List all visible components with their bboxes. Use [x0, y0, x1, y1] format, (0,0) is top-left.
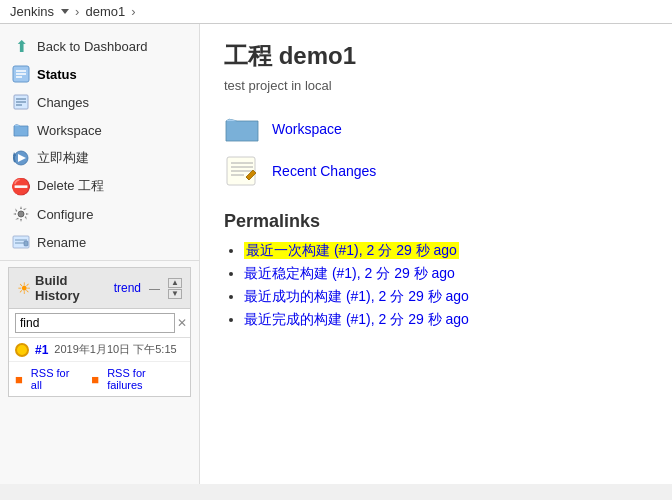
page-subtitle: test project in local: [224, 78, 648, 93]
rename-icon: [12, 233, 30, 251]
scroll-down-button[interactable]: ▼: [168, 289, 182, 299]
sidebar-label-changes: Changes: [37, 95, 89, 110]
workspace-icon: [12, 121, 30, 139]
breadcrumb: Jenkins › demo1 ›: [0, 0, 672, 24]
configure-icon: [12, 205, 30, 223]
jenkins-dropdown-icon: [61, 9, 69, 14]
permalink-link-1[interactable]: 最近稳定构建 (#1), 2 分 29 秒 ago: [244, 265, 455, 281]
scroll-arrows: ▲ ▼: [168, 278, 182, 299]
sidebar: ⬆ Back to Dashboard Status: [0, 24, 200, 484]
permalinks-title: Permalinks: [224, 211, 648, 232]
sidebar-label-delete: Delete 工程: [37, 177, 104, 195]
svg-rect-13: [24, 241, 28, 246]
build-now-icon: [12, 149, 30, 167]
build-history-title: Build History: [35, 273, 110, 303]
rss-failures-link[interactable]: RSS for failures: [107, 367, 184, 391]
sidebar-label-configure: Configure: [37, 207, 93, 222]
svg-point-9: [18, 211, 24, 217]
sun-icon: ☀: [17, 279, 31, 298]
sidebar-item-rename[interactable]: Rename: [0, 228, 199, 256]
sidebar-item-back[interactable]: ⬆ Back to Dashboard: [0, 32, 199, 60]
sidebar-item-delete[interactable]: ⛔ Delete 工程: [0, 172, 199, 200]
list-item: 最近完成的构建 (#1), 2 分 29 秒 ago: [244, 311, 648, 329]
recent-changes-link-item: Recent Changes: [224, 155, 648, 187]
recent-changes-link[interactable]: Recent Changes: [272, 163, 376, 179]
sidebar-label-back: Back to Dashboard: [37, 39, 148, 54]
rss-row: ■ RSS for all ■ RSS for failures: [9, 362, 190, 396]
page-title: 工程 demo1: [224, 40, 648, 72]
list-item: 最近成功的构建 (#1), 2 分 29 秒 ago: [244, 288, 648, 306]
workspace-link-item: Workspace: [224, 113, 648, 145]
main-layout: ⬆ Back to Dashboard Status: [0, 24, 672, 484]
content-area: 工程 demo1 test project in local Workspace: [200, 24, 672, 484]
demo1-link[interactable]: demo1: [85, 4, 125, 19]
sidebar-item-build-now[interactable]: 立即构建: [0, 144, 199, 172]
delete-icon: ⛔: [12, 177, 30, 195]
sidebar-item-status[interactable]: Status: [0, 60, 199, 88]
rss-all-icon: ■: [15, 372, 23, 387]
sidebar-label-rename: Rename: [37, 235, 86, 250]
search-input[interactable]: [15, 313, 175, 333]
sidebar-item-workspace[interactable]: Workspace: [0, 116, 199, 144]
build-date: 2019年1月10日 下午5:15: [54, 342, 176, 357]
sidebar-label-status: Status: [37, 67, 77, 82]
sidebar-item-configure[interactable]: Configure: [0, 200, 199, 228]
back-icon: ⬆: [12, 37, 30, 55]
permalink-link-0[interactable]: 最近一次构建 (#1), 2 分 29 秒 ago: [246, 242, 457, 258]
rss-failures-icon: ■: [91, 372, 99, 387]
sidebar-item-changes[interactable]: Changes: [0, 88, 199, 116]
build-history-header: ☀ Build History trend — ▲ ▼: [9, 268, 190, 309]
jenkins-link[interactable]: Jenkins: [10, 4, 54, 19]
workspace-link[interactable]: Workspace: [272, 121, 342, 137]
search-row: ✕: [9, 309, 190, 338]
build-status-dot: [15, 343, 29, 357]
build-number-link[interactable]: #1: [35, 343, 48, 357]
build-history-panel: ☀ Build History trend — ▲ ▼ ✕ #1 2019年1月…: [8, 267, 191, 397]
sidebar-label-build-now: 立即构建: [37, 149, 89, 167]
permalinks-list: 最近一次构建 (#1), 2 分 29 秒 ago 最近稳定构建 (#1), 2…: [224, 242, 648, 329]
list-item: 最近一次构建 (#1), 2 分 29 秒 ago: [244, 242, 648, 260]
recent-changes-icon: [224, 155, 260, 187]
permalink-highlight: 最近一次构建 (#1), 2 分 29 秒 ago: [244, 242, 459, 259]
list-item: 最近稳定构建 (#1), 2 分 29 秒 ago: [244, 265, 648, 283]
sidebar-divider: [0, 260, 199, 261]
content-links: Workspace Recent Changes: [224, 113, 648, 187]
trend-separator: —: [149, 282, 160, 294]
sidebar-label-workspace: Workspace: [37, 123, 102, 138]
workspace-folder-icon: [224, 113, 260, 145]
clear-search-button[interactable]: ✕: [175, 316, 189, 330]
trend-link[interactable]: trend: [114, 281, 141, 295]
scroll-up-button[interactable]: ▲: [168, 278, 182, 288]
status-icon: [12, 65, 30, 83]
permalink-link-3[interactable]: 最近完成的构建 (#1), 2 分 29 秒 ago: [244, 311, 469, 327]
breadcrumb-separator2: ›: [131, 4, 135, 19]
permalink-link-2[interactable]: 最近成功的构建 (#1), 2 分 29 秒 ago: [244, 288, 469, 304]
breadcrumb-separator: ›: [75, 4, 79, 19]
build-item: #1 2019年1月10日 下午5:15: [9, 338, 190, 362]
rss-all-link[interactable]: RSS for all: [31, 367, 83, 391]
changes-icon: [12, 93, 30, 111]
